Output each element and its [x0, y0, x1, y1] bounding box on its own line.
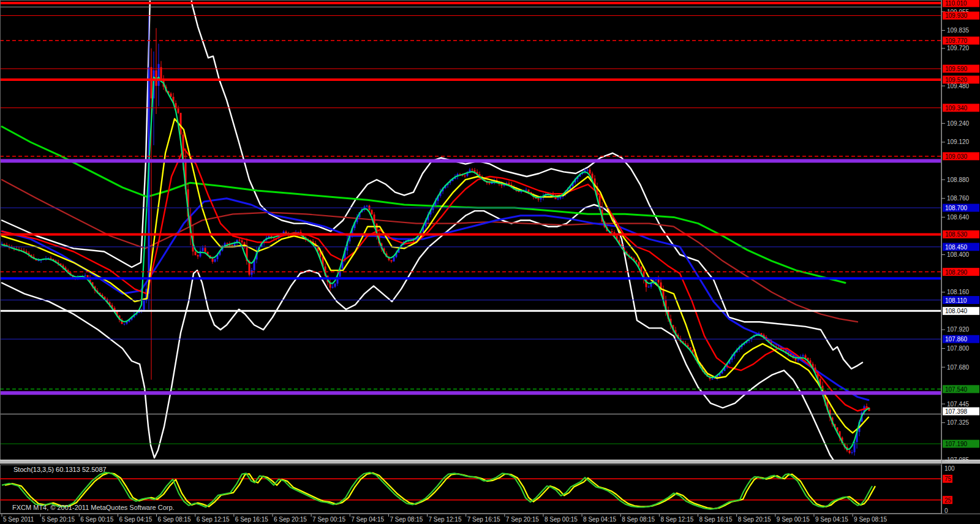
- price-badge: 109.590: [943, 65, 979, 73]
- svg-text:107.860: 107.860: [945, 336, 968, 343]
- price-badge: 109.520: [943, 75, 979, 83]
- svg-text:109.520: 109.520: [945, 77, 968, 83]
- stoch-scale-label: 0: [944, 507, 948, 514]
- price-tick-label: 107.445: [947, 401, 970, 408]
- svg-text:110.010: 110.010: [945, 0, 967, 7]
- time-axis-label: 6 Sep 04:15: [119, 516, 152, 523]
- time-axis-label: 8 Sep 16:15: [699, 516, 733, 523]
- time-axis-label: 8 Sep 12:15: [660, 516, 693, 523]
- time-axis-label: 5 Sep 20:15: [42, 516, 75, 523]
- price-badge: 108.290: [943, 268, 979, 276]
- svg-text:109.770: 109.770: [945, 37, 968, 44]
- price-badge: 108.450: [943, 243, 979, 251]
- time-axis-label: 7 Sep 08:15: [390, 516, 423, 523]
- svg-text:108.290: 108.290: [945, 269, 968, 276]
- time-axis-label: 6 Sep 08:15: [158, 516, 191, 523]
- svg-text:108.110: 108.110: [945, 297, 967, 304]
- svg-text:108.530: 108.530: [945, 231, 968, 238]
- price-tick-label: 107.680: [947, 364, 970, 371]
- price-tick-label: 108.880: [947, 177, 970, 183]
- stoch-level-badge: 75: [943, 475, 952, 483]
- price-badge: 109.930: [943, 12, 979, 20]
- time-axis-label: 8 Sep 20:15: [738, 516, 771, 523]
- svg-text:107.540: 107.540: [945, 386, 968, 393]
- time-axis-label: 7 Sep 00:15: [312, 516, 345, 523]
- svg-text:75: 75: [944, 476, 952, 482]
- svg-text:108.700: 108.700: [945, 205, 968, 211]
- time-axis-label: 7 Sep 12:15: [429, 516, 462, 523]
- svg-text:108.040: 108.040: [945, 308, 968, 314]
- lime-slow-ma-line: [2, 127, 845, 283]
- svg-text:109.590: 109.590: [945, 66, 968, 72]
- price-badge: 107.398: [943, 408, 979, 416]
- price-tick-label: 108.760: [947, 195, 970, 202]
- pane-splitter[interactable]: [0, 460, 980, 464]
- time-axis-label: 6 Sep 12:15: [197, 516, 230, 523]
- price-tick-label: 107.085: [947, 457, 970, 463]
- price-tick-label: 107.325: [947, 419, 970, 426]
- svg-text:109.030: 109.030: [945, 153, 968, 160]
- price-tick-label: 109.120: [947, 139, 970, 145]
- price-badge: 109.340: [943, 104, 979, 112]
- time-axis-label: 6 Sep 20:15: [274, 516, 307, 523]
- red-ma-line: [2, 148, 869, 411]
- time-axis-label: 5 Sep 2011: [3, 516, 34, 523]
- time-axis-label: 6 Sep 00:15: [80, 516, 113, 523]
- price-badge: 108.700: [943, 204, 979, 212]
- platform-copyright: FXCM MT4, © 2001-2011 MetaQuotes Softwar…: [12, 504, 175, 511]
- price-tick-label: 108.400: [947, 251, 970, 258]
- price-badge: 108.110: [943, 296, 979, 304]
- price-tick-label: 109.835: [947, 27, 970, 34]
- main-chart-pane[interactable]: [0, 0, 941, 480]
- time-axis-label: 9 Sep 04:15: [815, 516, 848, 523]
- price-tick-label: 108.160: [947, 289, 970, 295]
- price-badge: 110.010: [943, 0, 979, 7]
- price-badge: 109.030: [943, 152, 979, 160]
- time-axis-label: 7 Sep 16:15: [467, 516, 500, 523]
- time-axis-label: 7 Sep 20:15: [506, 516, 539, 523]
- time-axis-label: 8 Sep 04:15: [583, 516, 616, 523]
- price-badge: 108.530: [943, 230, 979, 238]
- svg-text:108.450: 108.450: [945, 244, 968, 251]
- time-axis-label: 8 Sep 00:15: [545, 516, 578, 523]
- price-badge: 107.190: [943, 440, 979, 448]
- stoch-level-badge: 25: [943, 496, 952, 504]
- time-axis[interactable]: 5 Sep 20115 Sep 20:156 Sep 00:156 Sep 04…: [0, 514, 980, 523]
- svg-text:107.190: 107.190: [945, 441, 968, 447]
- price-badge: 107.860: [943, 335, 979, 343]
- price-tick-label: 109.240: [947, 120, 970, 127]
- time-axis-label: 9 Sep 08:15: [854, 516, 887, 523]
- price-badge: 108.040: [943, 307, 979, 315]
- time-axis-label: 6 Sep 16:15: [235, 516, 268, 523]
- time-axis-label: 7 Sep 04:15: [351, 516, 384, 523]
- price-axis[interactable]: 109.955109.835109.720109.480109.240109.1…: [941, 0, 979, 514]
- chart-canvas[interactable]: 109.955109.835109.720109.480109.240109.1…: [0, 0, 980, 524]
- price-tick-label: 107.800: [947, 345, 970, 352]
- yellow-ma-line: [2, 119, 869, 433]
- crimson-ma-line: [2, 180, 858, 322]
- svg-text:109.340: 109.340: [945, 105, 968, 112]
- price-tick-label: 109.720: [947, 45, 970, 51]
- time-axis-label: 9 Sep 00:15: [777, 516, 810, 523]
- stochastic-indicator-label: Stoch(13,3,5) 60.1313 52.5087: [13, 466, 107, 473]
- stoch-scale-label: 100: [944, 465, 955, 472]
- mt4-terminal: 109.955109.835109.720109.480109.240109.1…: [0, 0, 980, 524]
- price-badge: 107.540: [943, 385, 979, 393]
- price-badge: 109.770: [943, 37, 979, 45]
- svg-text:109.930: 109.930: [945, 12, 968, 19]
- svg-text:25: 25: [944, 497, 952, 504]
- price-tick-label: 108.640: [947, 214, 970, 221]
- svg-text:107.398: 107.398: [945, 408, 968, 415]
- time-axis-label: 8 Sep 08:15: [622, 516, 655, 523]
- price-tick-label: 107.920: [947, 326, 970, 333]
